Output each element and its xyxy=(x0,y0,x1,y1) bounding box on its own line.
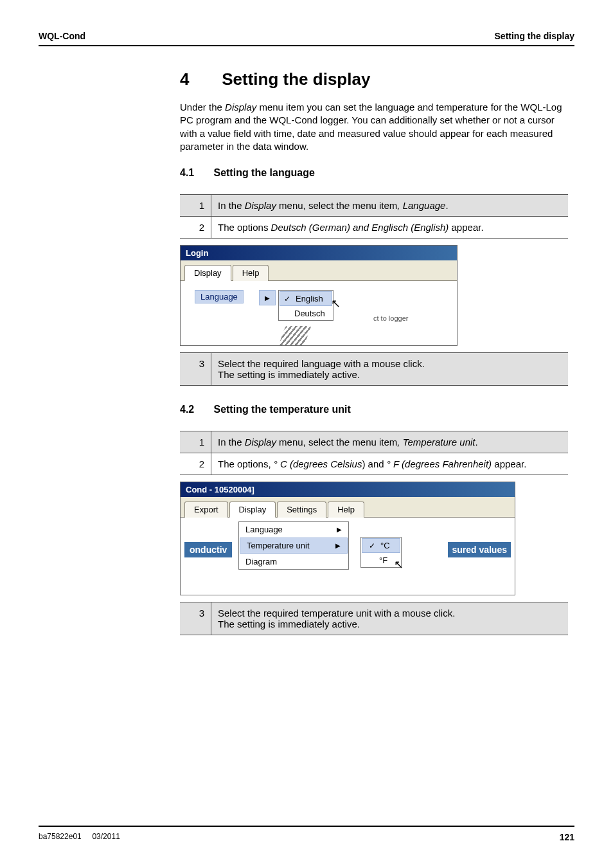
cond-menubar: Export Display Settings Help xyxy=(181,497,515,518)
check-icon: ✓ xyxy=(283,294,292,303)
section-4-intro: Under the Display menu item you can set … xyxy=(180,101,568,153)
page-footer: ba75822e01 03/2011 121 xyxy=(39,826,574,842)
menuitem-english[interactable]: ✓English xyxy=(280,291,332,306)
footer-doc-id: ba75822e01 xyxy=(39,832,82,841)
footer-page-number: 121 xyxy=(560,832,574,842)
step-number: 1 xyxy=(180,195,211,217)
header-right: Setting the display xyxy=(495,31,574,41)
menuitem-language[interactable]: Language▶ xyxy=(239,522,348,537)
step-number: 1 xyxy=(180,431,211,453)
table-row: 1 In the Display menu, select the menu i… xyxy=(180,431,568,453)
submenu-arrow-icon: ▶ xyxy=(259,290,276,305)
step-number: 3 xyxy=(180,353,211,386)
cond-titlebar: Cond - 10520004] xyxy=(181,482,515,497)
menu-display[interactable]: Display xyxy=(229,502,276,518)
table-row: 3 Select the required temperature unit w… xyxy=(180,602,568,635)
cond-screenshot: Cond - 10520004] Export Display Settings… xyxy=(180,482,568,595)
step-text: The options Deutsch (German) and Englisc… xyxy=(211,217,569,239)
menuitem-deutsch[interactable]: Deutsch xyxy=(279,307,333,320)
steps-42-table-a: 1 In the Display menu, select the menu i… xyxy=(180,431,568,475)
steps-41-table-a: 1 In the Display menu, select the menu i… xyxy=(180,194,568,239)
section-4-number: 4 xyxy=(180,69,217,89)
menu-export[interactable]: Export xyxy=(184,502,228,518)
step-text: Select the required language with a mous… xyxy=(211,353,569,386)
display-dropdown: Language▶ Temperature unit▶ Diagram xyxy=(238,521,349,570)
steps-42-table-b: 3 Select the required temperature unit w… xyxy=(180,602,568,635)
section-41-heading: 4.1 Setting the language xyxy=(180,167,568,179)
submenu-arrow-icon: ▶ xyxy=(337,526,342,533)
cursor-icon: ↖ xyxy=(331,296,341,311)
login-menubar: Display Help xyxy=(181,260,457,281)
section-4-title: Setting the display xyxy=(222,69,370,89)
section-42-heading: 4.2 Setting the temperature unit xyxy=(180,404,568,415)
language-submenu: ✓English Deutsch xyxy=(278,290,333,321)
login-screenshot: Login Display Help Language ▶ ✓English D… xyxy=(180,245,568,346)
step-text: In the Display menu, select the menu ite… xyxy=(211,431,569,453)
section-4-heading: 4 Setting the display xyxy=(180,69,568,89)
menuitem-temperature-unit[interactable]: Temperature unit▶ xyxy=(240,538,348,554)
table-row: 1 In the Display menu, select the menu i… xyxy=(180,195,568,217)
menu-help[interactable]: Help xyxy=(233,265,269,281)
login-titlebar: Login xyxy=(181,246,457,260)
menu-help[interactable]: Help xyxy=(328,502,364,518)
menuitem-language[interactable]: Language xyxy=(195,290,244,303)
menuitem-celsius[interactable]: ✓°C xyxy=(362,538,400,553)
page-header: WQL-Cond Setting the display xyxy=(39,31,574,46)
step-text: Select the required temperature unit wit… xyxy=(211,602,569,635)
footer-date: 03/2011 xyxy=(92,832,120,841)
table-row: 2 The options Deutsch (German) and Engli… xyxy=(180,217,568,239)
step-number: 2 xyxy=(180,453,211,475)
menu-settings[interactable]: Settings xyxy=(277,502,326,518)
check-icon: ✓ xyxy=(368,541,377,550)
submenu-arrow-icon: ▶ xyxy=(335,542,341,549)
menuitem-diagram[interactable]: Diagram xyxy=(239,554,348,569)
step-text: In the Display menu, select the menu ite… xyxy=(211,195,569,217)
step-number: 2 xyxy=(180,217,211,239)
steps-41-table-b: 3 Select the required language with a mo… xyxy=(180,352,568,386)
step-number: 3 xyxy=(180,602,211,635)
menu-display[interactable]: Display xyxy=(184,265,231,281)
decorative-stripe xyxy=(279,326,312,345)
partial-text-conductivity: onductiv xyxy=(184,542,232,557)
section-41-number: 4.1 xyxy=(180,167,211,179)
cursor-icon: ↖ xyxy=(394,557,404,572)
table-row: 3 Select the required language with a mo… xyxy=(180,353,568,386)
step-text: The options, ° C (degrees Celsius) and °… xyxy=(211,453,569,475)
table-row: 2 The options, ° C (degrees Celsius) and… xyxy=(180,453,568,475)
partial-text-measured-values: sured values xyxy=(448,542,511,557)
header-left: WQL-Cond xyxy=(39,31,85,41)
section-42-number: 4.2 xyxy=(180,404,211,415)
section-42-title: Setting the temperature unit xyxy=(213,404,350,415)
section-41-title: Setting the language xyxy=(213,167,314,178)
partial-text-connect: ct to logger xyxy=(373,314,408,322)
